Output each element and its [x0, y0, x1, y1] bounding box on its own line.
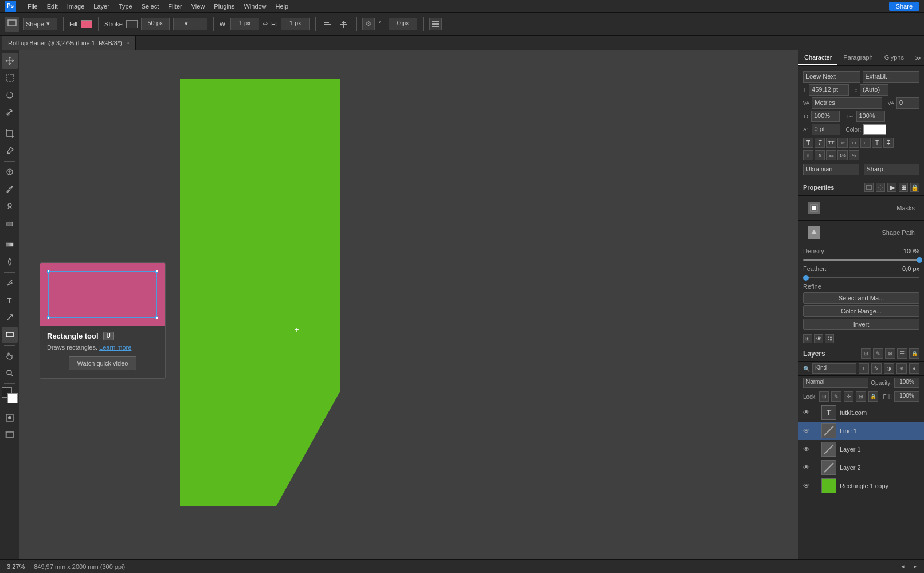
blend-mode-dropdown[interactable]: Normal — [803, 378, 868, 388]
mask-icon[interactable] — [808, 202, 820, 214]
super-btn[interactable]: T+ — [849, 138, 859, 148]
layer-visibility-toggle[interactable]: 👁 — [802, 426, 811, 435]
strikethrough-btn[interactable]: T — [883, 138, 894, 148]
filter-btn-dot[interactable]: ● — [909, 363, 919, 374]
menu-edit[interactable]: Edit — [47, 3, 58, 10]
alt-btn[interactable]: aa — [826, 150, 836, 160]
menu-type[interactable]: Type — [119, 3, 132, 10]
properties-icon-1[interactable] — [864, 183, 874, 192]
eraser-tool[interactable] — [2, 215, 18, 231]
properties-icon-5[interactable]: 🔒 — [910, 183, 919, 192]
panel-grid-icon[interactable]: ⊞ — [803, 334, 812, 343]
density-slider[interactable] — [798, 257, 924, 263]
layer-visibility-toggle[interactable]: 👁 — [802, 463, 811, 472]
character-color-swatch[interactable] — [863, 124, 886, 135]
menu-window[interactable]: Window — [244, 3, 266, 10]
layers-btn-5[interactable]: 🔒 — [909, 348, 919, 359]
invert-button[interactable]: Invert — [803, 319, 919, 330]
watch-video-button[interactable]: Watch quick video — [69, 356, 137, 370]
caps-btn[interactable]: TT — [826, 138, 836, 148]
zoom-tool[interactable] — [2, 365, 18, 381]
shape-path-icon[interactable] — [808, 226, 820, 239]
bold-btn[interactable]: T — [803, 138, 813, 148]
sub-btn[interactable]: T+ — [860, 138, 871, 148]
move-tool[interactable] — [2, 53, 18, 69]
leading-input[interactable]: (Auto) — [860, 84, 888, 96]
nav-next-btn[interactable]: ▸ — [914, 563, 917, 570]
font-style-dropdown[interactable]: ExtraBl... — [863, 71, 920, 83]
document-tab[interactable]: Roll up Baner @ 3,27% (Line 1, RGB/8*) × — [2, 36, 136, 50]
fill-input[interactable]: 100% — [894, 391, 919, 402]
density-thumb[interactable] — [917, 257, 922, 263]
tracking-input[interactable]: 0 — [896, 97, 919, 109]
italic-btn[interactable]: T — [815, 138, 825, 148]
menu-select[interactable]: Select — [142, 3, 159, 10]
properties-icon-2[interactable] — [876, 183, 885, 192]
menu-layer[interactable]: Layer — [93, 3, 109, 10]
properties-icon-3[interactable]: ▶ — [887, 183, 896, 192]
menu-image[interactable]: Image — [67, 3, 85, 10]
small-caps-btn[interactable]: Tt — [837, 138, 848, 148]
frac-btn[interactable]: fi — [803, 150, 813, 160]
extra-options-icon[interactable] — [429, 18, 442, 30]
kerning-dropdown[interactable]: Metrics — [812, 97, 882, 109]
clone-tool[interactable] — [2, 198, 18, 214]
stroke-color-swatch[interactable] — [126, 20, 138, 28]
pen-tool[interactable] — [2, 275, 18, 291]
screen-mode-tool[interactable] — [2, 427, 18, 443]
menu-file[interactable]: File — [28, 3, 38, 10]
tab-glyphs[interactable]: Glyphs — [879, 50, 910, 65]
quick-mask-tool[interactable] — [2, 410, 18, 426]
tab-character[interactable]: Character — [798, 50, 837, 65]
feather-slider[interactable] — [798, 274, 924, 281]
menu-filter[interactable]: Filter — [168, 3, 182, 10]
shape-dropdown[interactable]: Shape ▾ — [23, 18, 57, 30]
path-select-tool[interactable] — [2, 309, 18, 325]
panel-eye-icon[interactable]: 👁 — [814, 334, 823, 343]
layers-btn-3[interactable]: ⊠ — [885, 348, 895, 359]
shape-tool[interactable] — [2, 327, 18, 343]
panel-link-icon[interactable]: ⛓ — [825, 334, 834, 343]
fill-color-swatch[interactable] — [81, 20, 92, 28]
layer-visibility-toggle[interactable]: 👁 — [802, 481, 811, 490]
height-input[interactable]: 1 px — [281, 18, 310, 30]
layer-item[interactable]: 👁 Line 1 — [798, 422, 924, 440]
ligature-btn[interactable]: fi — [815, 150, 825, 160]
font-family-dropdown[interactable]: Loew Next — [803, 71, 860, 83]
share-button[interactable]: Share — [889, 2, 919, 11]
text-tool[interactable]: T — [2, 292, 18, 308]
scale-h-input[interactable]: 100% — [856, 111, 885, 122]
layers-btn-2[interactable]: ✎ — [873, 348, 883, 359]
nav-prev-btn[interactable]: ◂ — [901, 563, 905, 570]
layer-visibility-toggle[interactable]: 👁 — [802, 445, 811, 454]
menu-plugins[interactable]: Plugins — [214, 3, 234, 10]
layer-item[interactable]: 👁 Layer 1 — [798, 440, 924, 458]
tab-close-button[interactable]: × — [127, 40, 130, 46]
lock-pos-btn[interactable]: ✛ — [844, 391, 854, 402]
hand-tool[interactable] — [2, 348, 18, 364]
panel-collapse-btn[interactable]: ≫ — [915, 54, 922, 62]
layers-btn-4[interactable]: ☰ — [897, 348, 907, 359]
stroke-size-input[interactable]: 50 px — [141, 18, 170, 30]
healing-tool[interactable] — [2, 164, 18, 180]
layer-visibility-toggle[interactable]: 👁 — [802, 408, 811, 417]
gradient-tool[interactable] — [2, 237, 18, 253]
opacity-input[interactable]: 100% — [894, 378, 919, 388]
filter-btn-fx[interactable]: fx — [871, 363, 882, 374]
feather-thumb[interactable] — [803, 275, 809, 281]
rect-select-tool[interactable] — [2, 70, 18, 86]
layer-item[interactable]: 👁 Rectangle 1 copy — [798, 477, 924, 495]
eyedrop-tool[interactable] — [2, 143, 18, 159]
tooltip-learn-more-link[interactable]: Learn more — [99, 344, 131, 351]
layers-btn-1[interactable]: ⊞ — [861, 348, 871, 359]
color-range-button[interactable]: Color Range... — [803, 305, 919, 317]
ordinal-btn[interactable]: ½ — [849, 150, 859, 160]
crop-tool[interactable] — [2, 125, 18, 142]
underline-btn[interactable]: T — [872, 138, 882, 148]
lock-artboard-btn[interactable]: ⊠ — [856, 391, 866, 402]
lock-transparent-btn[interactable]: ⊞ — [819, 391, 829, 402]
background-color[interactable] — [7, 393, 18, 403]
anti-alias-dropdown[interactable]: Sharp — [864, 164, 920, 175]
font-size-input[interactable]: 459,12 pt — [809, 84, 849, 96]
filter-btn-smart[interactable]: ⊕ — [896, 363, 907, 374]
